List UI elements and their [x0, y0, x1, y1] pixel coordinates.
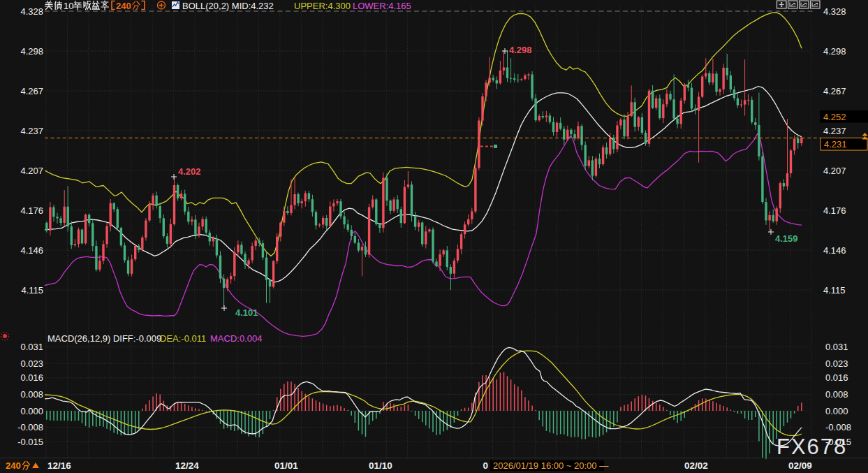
- svg-text:10: 10: [64, 1, 73, 11]
- svg-text:4.267: 4.267: [20, 86, 43, 96]
- svg-text:02/02: 02/02: [684, 460, 708, 471]
- svg-text:0.000: 0.000: [825, 406, 848, 416]
- svg-text:0.008: 0.008: [825, 389, 848, 400]
- svg-text:4.202: 4.202: [178, 166, 201, 177]
- svg-text:0.016: 0.016: [825, 372, 848, 383]
- svg-text:4.101: 4.101: [235, 307, 258, 318]
- svg-text:0.008: 0.008: [20, 389, 43, 400]
- svg-text:4.159: 4.159: [775, 233, 798, 244]
- svg-text:4.207: 4.207: [823, 166, 846, 176]
- svg-text:12/16: 12/16: [47, 460, 71, 471]
- svg-text:4.115: 4.115: [823, 285, 846, 296]
- svg-text:01/01: 01/01: [274, 460, 298, 471]
- svg-text:4.298: 4.298: [509, 45, 532, 55]
- svg-text:0.031: 0.031: [825, 342, 848, 352]
- svg-text:0.016: 0.016: [20, 372, 43, 383]
- svg-text:0.031: 0.031: [20, 342, 43, 352]
- svg-text:0.000: 0.000: [20, 406, 43, 416]
- svg-text:-0.008: -0.008: [825, 422, 851, 432]
- svg-text:240: 240: [116, 1, 131, 11]
- svg-text:01/10: 01/10: [369, 460, 392, 471]
- svg-text:240: 240: [6, 460, 21, 471]
- svg-text:4.328: 4.328: [823, 6, 846, 17]
- svg-text:12/24: 12/24: [175, 460, 199, 471]
- svg-text:4.298: 4.298: [20, 46, 43, 57]
- svg-text:4.252: 4.252: [823, 112, 846, 122]
- svg-text:BOLL(20,2) MID:4.232: BOLL(20,2) MID:4.232: [182, 1, 274, 11]
- svg-text:4.146: 4.146: [823, 245, 846, 256]
- svg-text:4.146: 4.146: [20, 245, 43, 256]
- svg-text:0.023: 0.023: [825, 358, 848, 369]
- svg-text:4.176: 4.176: [20, 205, 43, 216]
- svg-text:4.115: 4.115: [21, 285, 43, 296]
- svg-text:4.237: 4.237: [20, 126, 43, 136]
- svg-text:4.328: 4.328: [20, 6, 43, 17]
- svg-text:4.176: 4.176: [823, 205, 846, 216]
- svg-text:4.207: 4.207: [20, 166, 43, 176]
- svg-text:0.023: 0.023: [20, 358, 43, 369]
- svg-text:MACD:0.004: MACD:0.004: [210, 333, 262, 344]
- svg-text:0: 0: [483, 460, 488, 471]
- svg-text:2026/01/19 16:00 ~ 20:00 —: 2026/01/19 16:00 ~ 20:00 —: [493, 460, 608, 471]
- svg-text:4.237: 4.237: [823, 126, 846, 136]
- svg-text:4.267: 4.267: [823, 86, 846, 96]
- svg-text:DEA:-0.011: DEA:-0.011: [160, 333, 206, 344]
- svg-text:UPPER:4.300: UPPER:4.300: [294, 1, 351, 11]
- svg-text:4.298: 4.298: [823, 46, 846, 57]
- svg-text:MACD(26,12,9) DIFF:-0.009: MACD(26,12,9) DIFF:-0.009: [47, 333, 161, 344]
- svg-text:4.231: 4.231: [824, 139, 847, 150]
- svg-text:-0.015: -0.015: [17, 437, 43, 447]
- svg-text:02/09: 02/09: [788, 460, 812, 471]
- svg-text:-0.015: -0.015: [825, 437, 851, 447]
- svg-text:-0.008: -0.008: [17, 422, 43, 432]
- svg-text:LOWER:4.165: LOWER:4.165: [353, 1, 411, 11]
